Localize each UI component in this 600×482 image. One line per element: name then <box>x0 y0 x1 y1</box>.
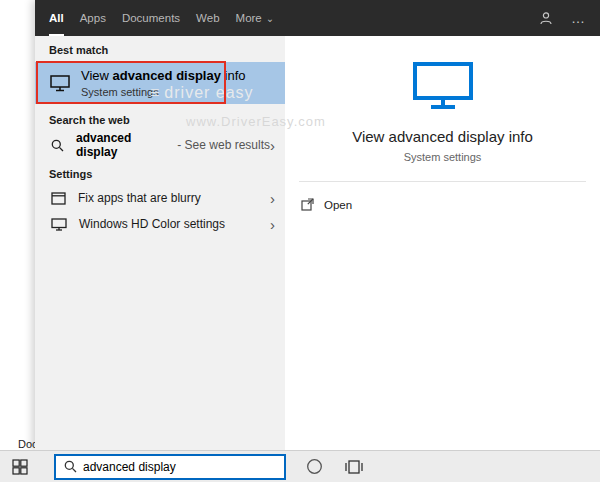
topbar-actions: … <box>539 0 586 36</box>
web-result-query: advanced display <box>76 131 174 159</box>
settings-result-hd-color[interactable]: Windows HD Color settings › <box>35 211 285 237</box>
monitor-icon <box>50 75 70 92</box>
start-button[interactable] <box>0 451 40 482</box>
taskbar-search-box[interactable] <box>54 454 286 480</box>
preview-title: View advanced display info <box>285 128 600 145</box>
web-search-result[interactable]: advanced display - See web results › <box>35 132 285 158</box>
best-match-title: View advanced display info <box>81 68 246 83</box>
best-match-text: View advanced display info System settin… <box>81 68 246 98</box>
cortana-icon[interactable] <box>302 451 326 482</box>
tab-more[interactable]: More⌄ <box>236 0 275 36</box>
open-icon <box>301 198 314 211</box>
chevron-down-icon: ⌄ <box>266 13 274 24</box>
chevron-right-icon[interactable]: › <box>270 217 275 232</box>
preview-subtitle: System settings <box>285 151 600 163</box>
results-list-panel: Best match View advanced display info Sy… <box>35 36 285 450</box>
settings-item-label: Windows HD Color settings <box>79 217 225 231</box>
open-action[interactable]: Open <box>301 198 600 211</box>
search-filter-bar: All Apps Documents Web More⌄ … <box>35 0 600 36</box>
tab-documents[interactable]: Documents <box>122 0 180 36</box>
settings-item-label: Fix apps that are blurry <box>78 191 201 205</box>
windows-logo-icon <box>12 459 28 475</box>
best-match-result[interactable]: View advanced display info System settin… <box>35 62 285 104</box>
search-icon <box>64 460 77 473</box>
chevron-right-icon[interactable]: › <box>270 191 275 206</box>
settings-result-fix-blurry[interactable]: Fix apps that are blurry › <box>35 185 285 211</box>
monitor-icon-large <box>411 60 475 112</box>
display-icon <box>51 218 67 231</box>
best-match-subtitle: System settings <box>81 86 246 98</box>
taskbar <box>0 450 600 482</box>
tab-apps[interactable]: Apps <box>80 0 106 36</box>
more-options-icon[interactable]: … <box>571 0 586 36</box>
section-header-settings: Settings <box>49 168 285 181</box>
app-window-icon <box>51 192 66 205</box>
tab-more-label: More <box>236 12 262 24</box>
search-icon <box>51 139 64 152</box>
windows-start-search-screen: Docu All Apps Documents Web More⌄ … Best… <box>0 0 600 482</box>
tab-web[interactable]: Web <box>196 0 219 36</box>
search-results-body: Best match View advanced display info Sy… <box>35 36 600 450</box>
start-search-flyout: All Apps Documents Web More⌄ … Best matc… <box>35 0 600 450</box>
divider <box>299 181 586 182</box>
open-label: Open <box>324 199 352 211</box>
web-result-suffix: - See web results <box>174 138 270 152</box>
feedback-icon[interactable] <box>539 11 553 25</box>
section-header-search-web: Search the web <box>49 114 285 127</box>
task-view-icon[interactable] <box>342 451 366 482</box>
section-header-best-match: Best match <box>49 44 285 57</box>
result-preview-panel: View advanced display info System settin… <box>285 36 600 450</box>
tab-all[interactable]: All <box>49 0 64 36</box>
chevron-right-icon[interactable]: › <box>270 138 275 153</box>
taskbar-search-input[interactable] <box>83 460 233 474</box>
